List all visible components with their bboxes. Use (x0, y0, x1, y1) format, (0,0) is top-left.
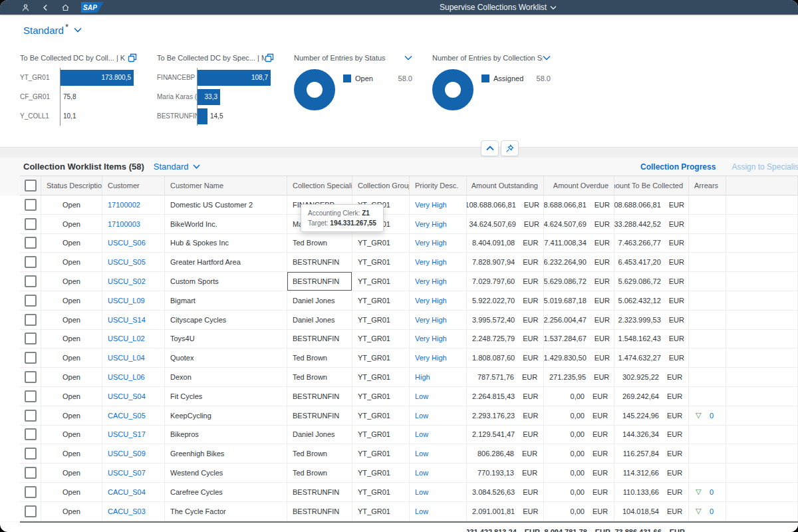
priority-cell: Very High (410, 348, 467, 368)
bar[interactable]: 108,7 (198, 70, 271, 86)
arrears-link[interactable]: 0 (710, 412, 714, 420)
currency-label: EUR (669, 220, 684, 228)
worklist-variant-selector[interactable]: Standard (154, 162, 200, 172)
row-checkbox[interactable] (25, 467, 37, 479)
currency-label: EUR (593, 392, 610, 400)
action-assign-to-specialist[interactable]: Assign to Specialist (732, 162, 798, 172)
donut-ring[interactable] (294, 69, 335, 110)
column-header-customer[interactable]: Customer (102, 176, 165, 195)
customer-cell: CACU_S03 (102, 502, 165, 521)
column-header-status[interactable]: Status Description (41, 176, 102, 195)
customer-link[interactable]: 17100003 (108, 220, 140, 228)
row-checkbox[interactable] (25, 371, 37, 383)
status-cell: Open (41, 234, 102, 253)
customer-link[interactable]: USCU_L04 (108, 354, 145, 362)
table-body: Open17100002Domestic US Customer 2FINANC… (0, 196, 798, 521)
collection-specialist-cell: Daniel Jones (287, 291, 352, 311)
status-cell: Open (41, 215, 102, 234)
total-amount-to-be-collected: 173.886.431,66EUR (614, 523, 689, 532)
row-checkbox[interactable] (25, 218, 37, 230)
amount-value: 145.224,96 (622, 412, 659, 420)
currency-label: EUR (595, 334, 610, 342)
bar-chart-row: Maria Karas (I00...33,3 (157, 87, 274, 106)
row-checkbox[interactable] (25, 428, 37, 440)
currency-label: EUR (667, 430, 684, 438)
customer-link[interactable]: USCU_S02 (108, 277, 146, 285)
row-checkbox[interactable] (25, 314, 37, 326)
row-checkbox[interactable] (25, 295, 37, 307)
column-header-to_collect[interactable]: Amount To Be Collected (614, 176, 689, 195)
amount-value: 104.018,54 (622, 507, 659, 515)
amount-value: 2.293.176,23 (472, 412, 515, 420)
bar[interactable]: 33,3 (198, 89, 220, 105)
column-header-outstanding[interactable]: Amount Outstanding (467, 176, 544, 195)
row-checkbox[interactable] (25, 256, 37, 268)
bar-value-label: 75,8 (63, 93, 76, 100)
bar-chart-row: BESTRUNFIN (B...14,5 (157, 106, 274, 126)
customer-link[interactable]: USCU_S04 (108, 392, 146, 400)
collection-specialist-cell: Ted Brown (287, 464, 352, 483)
customer-link[interactable]: USCU_S05 (108, 258, 146, 266)
row-checkbox[interactable] (25, 410, 37, 422)
collection-group-cell: YT_GR01 (352, 272, 410, 291)
row-checkbox[interactable] (25, 199, 37, 211)
row-checkbox[interactable] (25, 275, 37, 287)
pin-header-button[interactable] (501, 140, 519, 156)
action-collection-progress[interactable]: Collection Progress (640, 162, 716, 172)
priority-value: Very High (415, 239, 447, 247)
row-checkbox[interactable] (25, 352, 37, 364)
back-icon[interactable] (41, 3, 50, 12)
table-row: OpenUSCU_S05Greater Hartford AreaBESTRUN… (20, 253, 798, 272)
tooltip-target-value: 194.331.267,55 (330, 219, 376, 227)
customer-link[interactable]: USCU_S17 (108, 430, 146, 438)
customer-link[interactable]: 17100002 (108, 201, 140, 209)
customer-link[interactable]: CACU_S03 (108, 507, 146, 515)
copy-icon[interactable] (265, 53, 274, 63)
row-checkbox[interactable] (25, 237, 37, 249)
donut-ring[interactable] (432, 69, 473, 110)
chevron-down-icon[interactable] (404, 55, 412, 61)
amount-overdue-cell: 6.232.264,90EUR (544, 253, 614, 272)
column-header-checkbox[interactable] (20, 176, 41, 195)
amount-value: 6.453.417,20 (618, 258, 661, 266)
customer-link[interactable]: CACU_S04 (108, 488, 146, 496)
collapse-header-button[interactable] (481, 140, 499, 156)
filler-cell (726, 483, 798, 502)
customer-link[interactable]: USCU_L02 (108, 334, 145, 342)
status-cell: Open (41, 272, 102, 291)
customer-link[interactable]: USCU_L06 (108, 373, 145, 381)
column-header-specialist[interactable]: Collection Specialist (287, 176, 352, 195)
home-icon[interactable] (61, 3, 70, 12)
customer-link[interactable]: CACU_S05 (108, 412, 146, 420)
amount-outstanding-cell: 3.995.572,40EUR (467, 311, 544, 330)
copy-icon[interactable] (128, 53, 137, 63)
collection-group-cell: YT_GR01 (352, 311, 410, 330)
bar-chart-row: Y_COLL110,1 (20, 106, 137, 126)
column-header-arrears[interactable]: Arrears (689, 176, 726, 195)
currency-label: EUR (593, 450, 610, 458)
arrears-link[interactable]: 0 (710, 488, 714, 496)
kpi-card-0: To Be Collected DC by Coll... | K EURYT_… (20, 45, 137, 147)
row-checkbox[interactable] (25, 448, 37, 460)
column-header-group[interactable]: Collection Group (352, 176, 410, 195)
app-title-menu[interactable]: Supervise Collections Worklist (440, 0, 557, 15)
arrears-link[interactable]: 0 (710, 507, 714, 515)
row-checkbox[interactable] (25, 390, 37, 402)
chevron-down-icon[interactable] (543, 55, 551, 61)
row-checkbox[interactable] (25, 505, 37, 517)
customer-link[interactable]: USCU_S14 (108, 316, 146, 324)
column-header-overdue[interactable]: Amount Overdue (544, 176, 614, 195)
select-all-checkbox[interactable] (25, 180, 37, 192)
bar[interactable]: 173.800,5 (61, 70, 134, 86)
column-header-name[interactable]: Customer Name (165, 176, 287, 195)
customer-link[interactable]: USCU_S06 (108, 239, 146, 247)
customer-link[interactable]: USCU_S07 (108, 469, 146, 477)
variant-selector[interactable]: Standard * (23, 25, 82, 36)
profile-icon[interactable] (21, 3, 30, 12)
customer-link[interactable]: USCU_S09 (108, 450, 146, 458)
row-checkbox[interactable] (25, 332, 37, 344)
customer-link[interactable]: USCU_L09 (108, 297, 145, 305)
column-header-priority[interactable]: Priority Desc. (410, 176, 467, 195)
row-checkbox[interactable] (25, 486, 37, 498)
bar[interactable] (198, 108, 207, 124)
